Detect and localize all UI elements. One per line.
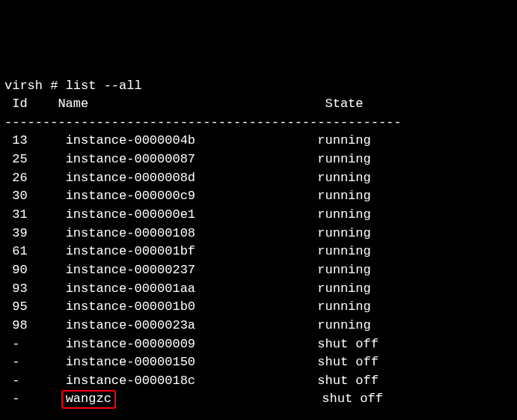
vm-name: instance-00000150 <box>66 355 318 369</box>
vm-id: 61 <box>4 244 66 258</box>
vm-state: shut off <box>317 374 379 388</box>
table-row: 25 instance-00000087 running <box>4 150 513 169</box>
vm-name: instance-000000c9 <box>66 189 318 203</box>
vm-id: 90 <box>4 263 66 277</box>
vm-name: instance-0000008d <box>66 171 318 185</box>
vm-name: instance-0000004b <box>66 133 318 147</box>
vm-state: shut off <box>322 392 383 406</box>
table-row: 93 instance-000001aa running <box>4 280 513 299</box>
terminal[interactable]: virsh # list --all Id Name State--------… <box>4 77 513 420</box>
table-row: 90 instance-00000237 running <box>4 261 513 280</box>
vm-state: shut off <box>317 337 379 351</box>
vm-id: 95 <box>4 299 66 314</box>
vm-id: 13 <box>4 133 66 147</box>
vm-state: running <box>317 318 370 332</box>
command: list --all <box>66 79 142 93</box>
table-row: - instance-00000009 shut off <box>4 335 513 354</box>
vm-state: shut off <box>317 355 379 369</box>
table-row: 26 instance-0000008d running <box>4 169 513 188</box>
vm-name: instance-000001aa <box>66 281 318 296</box>
vm-list: 13 instance-0000004b running 25 instance… <box>4 132 513 409</box>
vm-name: instance-000001b0 <box>66 299 318 314</box>
vm-name: instance-00000108 <box>66 226 318 240</box>
table-row: - instance-00000150 shut off <box>4 353 513 372</box>
header-name: Name <box>58 97 88 111</box>
command-line-1: virsh # list --all <box>4 77 513 96</box>
header-state: State <box>325 97 364 111</box>
vm-state: running <box>317 171 370 185</box>
table-row: - instance-0000018c shut off <box>4 372 513 391</box>
header-id: Id <box>4 97 28 111</box>
vm-state: running <box>317 244 370 258</box>
vm-state: running <box>317 152 370 166</box>
vm-state: running <box>317 189 370 203</box>
table-row: 13 instance-0000004b running <box>4 132 513 150</box>
vm-id: - <box>4 392 66 406</box>
highlighted-vm-name: wangzc <box>61 390 116 408</box>
vm-id: 25 <box>4 152 66 166</box>
table-row: 31 instance-000000e1 running <box>4 206 513 225</box>
table-row: 61 instance-000001bf running <box>4 243 513 261</box>
prompt: virsh # <box>4 79 66 93</box>
vm-id: 30 <box>4 189 66 203</box>
vm-id: - <box>4 374 66 388</box>
vm-name: instance-000000e1 <box>66 207 318 222</box>
table-header: Id Name State <box>4 95 513 114</box>
vm-id: 31 <box>4 207 66 222</box>
vm-id: 98 <box>4 318 66 332</box>
vm-id: 93 <box>4 281 66 296</box>
vm-state: running <box>317 207 370 222</box>
vm-name: instance-0000018c <box>66 374 318 388</box>
vm-id: 26 <box>4 171 66 185</box>
table-row: 30 instance-000000c9 running <box>4 187 513 206</box>
vm-name: instance-00000009 <box>66 337 318 351</box>
vm-state: running <box>317 299 370 314</box>
table-row: 95 instance-000001b0 running <box>4 298 513 317</box>
table-row: - wangzc shut off <box>4 390 513 409</box>
vm-name: instance-0000023a <box>66 318 318 332</box>
vm-id: - <box>4 337 66 351</box>
vm-id: - <box>4 355 66 369</box>
separator-line: ----------------------------------------… <box>4 114 513 133</box>
vm-state: running <box>317 281 370 296</box>
table-row: 98 instance-0000023a running <box>4 317 513 335</box>
vm-id: 39 <box>4 226 66 240</box>
vm-state: running <box>317 226 370 240</box>
table-row: 39 instance-00000108 running <box>4 225 513 243</box>
vm-name: instance-00000237 <box>66 263 318 277</box>
vm-state: running <box>317 263 370 277</box>
vm-name: instance-000001bf <box>66 244 318 258</box>
vm-name: instance-00000087 <box>66 152 318 166</box>
vm-state: running <box>317 133 370 147</box>
